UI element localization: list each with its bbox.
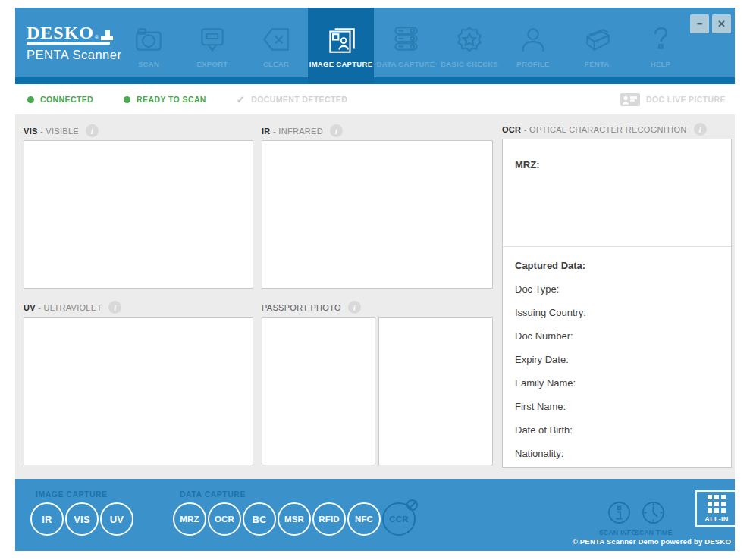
scan-time-button <box>641 500 667 525</box>
green-dot-icon <box>124 96 130 103</box>
tab-scan[interactable]: SCAN <box>117 8 180 84</box>
mrz-section: MRZ: <box>503 139 731 247</box>
captured-data-title: Captured Data: <box>515 260 719 271</box>
status-document-label: DOCUMENT DETECTED <box>251 95 347 104</box>
brand-name: DESKO <box>27 25 94 40</box>
uv-rest: - ULTRAVIOLET <box>36 303 102 312</box>
tab-image-capture[interactable]: IMAGE CAPTURE <box>308 8 374 84</box>
tab-label: CLEAR <box>263 60 289 68</box>
id-card-icon <box>620 93 640 106</box>
minimize-button[interactable]: − <box>690 14 709 33</box>
info-icon[interactable]: i <box>108 301 121 314</box>
vis-rest: - VISIBLE <box>38 127 79 136</box>
field-nationality: Nationality: <box>515 448 719 459</box>
passport-photo-box-1 <box>262 317 375 465</box>
field-doc-number: Doc Number: <box>515 330 719 342</box>
brand-registered-mark: ® <box>95 35 99 40</box>
doc-live-picture-label: DOC LIVE PICTURE <box>646 95 726 104</box>
main-content: VIS - VISIBLE i IR - INFRARED i OCR - OP… <box>15 114 735 479</box>
data-capture-icon <box>388 22 423 57</box>
vis-panel-header: VIS - VISIBLE i <box>24 124 99 137</box>
doc-live-picture[interactable]: DOC LIVE PICTURE <box>620 93 726 106</box>
bottom-bar: IMAGE CAPTURE IR VIS UV DATA CAPTURE MRZ… <box>15 479 735 551</box>
scan-time-label: SCAN TIME <box>635 529 672 537</box>
all-in-button[interactable]: ALL-IN <box>695 490 738 527</box>
tab-data-capture[interactable]: DATA CAPTURE <box>374 8 438 84</box>
brand-logo: DESKO® PENTA Scanner <box>27 25 121 62</box>
status-ready-label: READY TO SCAN <box>137 95 206 104</box>
tab-label: SCAN <box>138 60 159 68</box>
ir-panel-header: IR - INFRARED i <box>262 124 343 137</box>
passport-photo-box-2 <box>378 317 493 465</box>
tab-help[interactable]: HELP <box>629 8 692 84</box>
info-icon[interactable]: i <box>348 301 361 314</box>
data-capture-group-label: DATA CAPTURE <box>180 490 246 499</box>
all-in-label: ALL-IN <box>704 515 728 523</box>
status-ready-to-scan: READY TO SCAN <box>124 95 206 104</box>
info-icon[interactable]: i <box>86 124 99 137</box>
image-capture-group-label: IMAGE CAPTURE <box>36 490 108 499</box>
nfc-toggle-button[interactable]: NFC <box>347 502 381 536</box>
mrz-toggle-button[interactable]: MRZ <box>173 502 206 536</box>
help-question-icon <box>643 22 678 57</box>
tab-profile[interactable]: PROFILE <box>501 8 565 84</box>
badge-star-icon <box>452 22 487 57</box>
footer-copyright: © PENTA Scanner Demo powered by DESKO <box>573 537 731 546</box>
tab-label: IMAGE CAPTURE <box>309 60 373 68</box>
ocr-toggle-button[interactable]: OCR <box>208 502 241 536</box>
msr-toggle-button[interactable]: MSR <box>278 502 311 536</box>
status-connected-label: CONNECTED <box>40 95 93 104</box>
clear-tag-icon <box>259 22 293 57</box>
passport-photo-header: PASSPORT PHOTO i <box>262 301 361 314</box>
uv-toggle-button[interactable]: UV <box>100 502 133 536</box>
tab-label: PENTA <box>585 60 610 68</box>
vis-image-box <box>24 140 253 289</box>
ir-toggle-button[interactable]: IR <box>30 502 64 536</box>
desko-block-icon <box>101 29 110 40</box>
captured-data-section: Captured Data: Doc Type: Issuing Country… <box>503 247 731 459</box>
tab-label: PROFILE <box>516 60 549 68</box>
app-window: DESKO® PENTA Scanner SCAN EXPORT <box>15 8 735 551</box>
image-capture-icon <box>324 22 359 57</box>
tab-penta[interactable]: PENTA <box>565 8 629 84</box>
ccr-toggle-button-disabled: CCR <box>382 502 416 536</box>
field-expiry-date: Expiry Date: <box>515 354 719 365</box>
ir-image-box <box>262 140 493 289</box>
toolbar: SCAN EXPORT CLEAR IMAGE CAPTURE <box>117 8 692 84</box>
passport-photo-label: PASSPORT PHOTO <box>262 303 341 312</box>
info-icon[interactable]: i <box>330 124 343 137</box>
info-icon[interactable]: i <box>694 123 707 136</box>
tab-label: EXPORT <box>197 60 228 68</box>
penta-device-icon <box>579 22 614 57</box>
export-icon <box>195 22 230 57</box>
vis-toggle-button[interactable]: VIS <box>65 502 99 536</box>
tab-basic-checks[interactable]: BASIC CHECKS <box>438 8 501 84</box>
tab-clear[interactable]: CLEAR <box>244 8 308 84</box>
ocr-rest: - OPTICAL CHARACTER RECOGNITION <box>521 125 686 134</box>
checkmark-icon: ✓ <box>237 94 245 105</box>
ocr-panel-header: OCR - OPTICAL CHARACTER RECOGNITION i <box>502 123 707 136</box>
grid-icon <box>708 495 726 513</box>
field-doc-type: Doc Type: <box>515 283 719 295</box>
tab-export[interactable]: EXPORT <box>180 8 244 84</box>
rfid-toggle-button[interactable]: RFID <box>312 502 346 536</box>
bc-toggle-button[interactable]: BC <box>243 502 276 536</box>
prohibited-icon <box>406 499 418 511</box>
status-bar: CONNECTED READY TO SCAN ✓ DOCUMENT DETEC… <box>15 84 735 114</box>
ir-rest: - INFRARED <box>271 127 323 136</box>
scan-info-label: SCAN INFO <box>599 529 636 537</box>
tab-label: DATA CAPTURE <box>377 60 435 68</box>
close-button[interactable]: ✕ <box>712 14 731 33</box>
uv-panel-header: UV - ULTRAVIOLET i <box>24 301 121 314</box>
product-name: PENTA Scanner <box>27 48 121 62</box>
tab-label: HELP <box>651 60 671 68</box>
scan-info-button <box>607 500 632 525</box>
vis-abbr: VIS <box>24 127 38 136</box>
window-controls: − ✕ <box>690 14 731 33</box>
scan-time-clock-icon <box>641 500 666 525</box>
tab-label: BASIC CHECKS <box>441 60 498 68</box>
uv-abbr: UV <box>24 303 36 312</box>
profile-person-icon <box>516 22 551 57</box>
field-first-name: First Name: <box>515 401 719 412</box>
status-connected: CONNECTED <box>27 95 93 104</box>
